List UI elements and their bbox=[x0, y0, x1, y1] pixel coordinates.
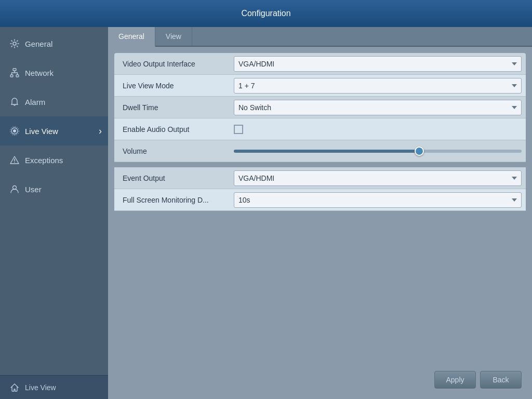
main-layout: General Network Alarm bbox=[0, 27, 532, 399]
sidebar-item-liveview[interactable]: Live View bbox=[0, 116, 108, 145]
sidebar-general-label: General bbox=[25, 39, 52, 48]
warning-icon bbox=[9, 155, 20, 165]
enable-audio-row: Enable Audio Output bbox=[114, 118, 526, 140]
sidebar-item-exceptions[interactable]: Exceptions bbox=[0, 145, 108, 175]
video-output-select[interactable]: VGA/HDMI HDMI VGA bbox=[234, 56, 522, 72]
live-view-mode-select[interactable]: 1 + 7 1 4 9 16 bbox=[234, 78, 522, 94]
video-output-interface-row: Video Output Interface VGA/HDMI HDMI VGA bbox=[114, 53, 526, 75]
audio-checkbox-container bbox=[234, 125, 243, 134]
sidebar-item-network[interactable]: Network bbox=[0, 58, 108, 87]
tab-bar: General View bbox=[108, 27, 532, 47]
title-bar: Configuration bbox=[0, 0, 532, 27]
fullscreen-monitoring-control: 10s 20s 30s 60s bbox=[234, 192, 526, 208]
alarm-icon bbox=[9, 97, 20, 107]
enable-audio-control bbox=[234, 125, 526, 134]
sidebar-item-user[interactable]: User bbox=[0, 175, 108, 204]
video-output-label: Video Output Interface bbox=[114, 60, 234, 68]
svg-rect-2 bbox=[10, 75, 13, 77]
live-view-mode-label: Live View Mode bbox=[114, 82, 234, 90]
enable-audio-checkbox[interactable] bbox=[234, 125, 243, 134]
svg-rect-3 bbox=[16, 75, 19, 77]
content-wrapper: General View Video Output Interface VGA/… bbox=[108, 27, 532, 399]
home-icon bbox=[9, 382, 20, 393]
form-area: Video Output Interface VGA/HDMI HDMI VGA… bbox=[108, 47, 532, 217]
sidebar-item-alarm[interactable]: Alarm bbox=[0, 87, 108, 116]
fullscreen-monitoring-select[interactable]: 10s 20s 30s 60s bbox=[234, 192, 522, 208]
tab-view[interactable]: View bbox=[155, 27, 192, 46]
sidebar-alarm-label: Alarm bbox=[25, 98, 45, 107]
bottom-bar-label: Live View bbox=[25, 383, 56, 392]
dwell-time-row: Dwell Time No Switch 5s 10s 20s 30s bbox=[114, 97, 526, 118]
event-output-label: Event Output bbox=[114, 174, 234, 182]
user-icon bbox=[9, 184, 20, 194]
svg-point-4 bbox=[13, 129, 16, 132]
sidebar-network-label: Network bbox=[25, 69, 54, 77]
section-gap bbox=[114, 162, 526, 167]
fullscreen-monitoring-label: Full Screen Monitoring D... bbox=[114, 196, 234, 204]
volume-control bbox=[234, 150, 526, 153]
gear-icon bbox=[9, 38, 20, 49]
network-icon bbox=[9, 68, 20, 78]
volume-row: Volume bbox=[114, 140, 526, 162]
volume-slider[interactable] bbox=[234, 150, 522, 153]
apply-button[interactable]: Apply bbox=[434, 371, 476, 389]
tab-general[interactable]: General bbox=[108, 27, 155, 47]
sidebar-item-general[interactable]: General bbox=[0, 29, 108, 58]
volume-label: Volume bbox=[114, 147, 234, 155]
dwell-time-select[interactable]: No Switch 5s 10s 20s 30s bbox=[234, 100, 522, 115]
content-area: General View Video Output Interface VGA/… bbox=[108, 27, 532, 399]
back-button[interactable]: Back bbox=[480, 371, 522, 389]
dwell-time-control: No Switch 5s 10s 20s 30s bbox=[234, 100, 526, 115]
event-output-select[interactable]: VGA/HDMI HDMI VGA bbox=[234, 170, 522, 186]
video-output-control: VGA/HDMI HDMI VGA bbox=[234, 56, 526, 72]
live-view-mode-row: Live View Mode 1 + 7 1 4 9 16 bbox=[114, 75, 526, 97]
sidebar-exceptions-label: Exceptions bbox=[25, 156, 63, 165]
live-view-mode-control: 1 + 7 1 4 9 16 bbox=[234, 78, 526, 94]
svg-point-0 bbox=[13, 42, 16, 45]
sidebar-user-label: User bbox=[25, 185, 42, 194]
dwell-time-label: Dwell Time bbox=[114, 103, 234, 112]
title-text: Configuration bbox=[241, 9, 290, 18]
sidebar: General Network Alarm bbox=[0, 27, 108, 399]
svg-point-8 bbox=[14, 162, 15, 163]
event-output-control: VGA/HDMI HDMI VGA bbox=[234, 170, 526, 186]
svg-rect-1 bbox=[13, 69, 16, 71]
event-output-row: Event Output VGA/HDMI HDMI VGA bbox=[114, 167, 526, 189]
bottom-buttons: Apply Back bbox=[434, 371, 522, 389]
bottom-live-view-bar[interactable]: Live View bbox=[0, 375, 108, 399]
enable-audio-label: Enable Audio Output bbox=[114, 125, 234, 134]
sidebar-liveview-label: Live View bbox=[25, 127, 58, 136]
liveview-icon bbox=[9, 126, 20, 136]
fullscreen-monitoring-row: Full Screen Monitoring D... 10s 20s 30s … bbox=[114, 189, 526, 211]
